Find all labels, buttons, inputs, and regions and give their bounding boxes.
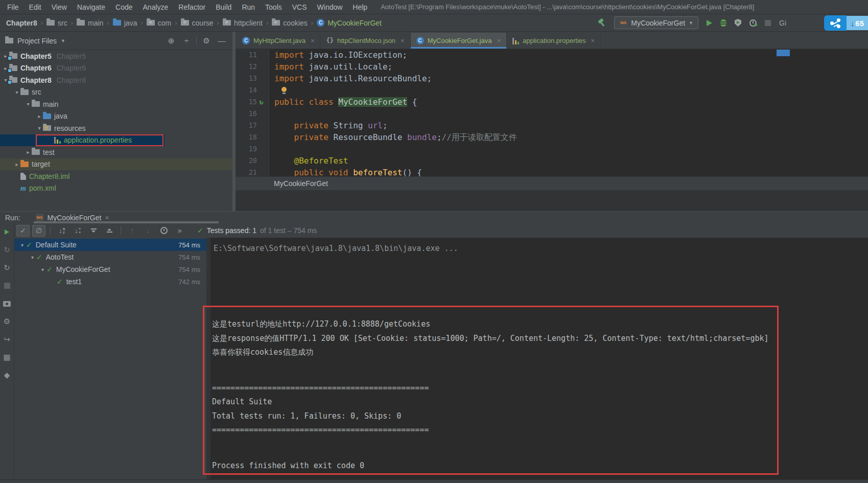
- profiler-button[interactable]: [749, 19, 757, 27]
- breadcrumb-item[interactable]: cookies: [271, 19, 308, 27]
- pin-icon[interactable]: ◆: [3, 371, 12, 380]
- gutter[interactable]: 18: [236, 131, 269, 143]
- menu-file[interactable]: File: [2, 3, 24, 11]
- test-tree-row[interactable]: ▾✓AotoTest754 ms: [14, 251, 206, 263]
- rerun-icon[interactable]: [3, 227, 12, 237]
- gutter[interactable]: 11: [236, 49, 269, 61]
- gutter[interactable]: 15↻: [236, 96, 269, 108]
- menu-analyze[interactable]: Analyze: [138, 3, 174, 11]
- snapshot-icon[interactable]: [3, 299, 12, 308]
- project-tree-row[interactable]: ▸test: [0, 146, 232, 158]
- toggle-auto-test-icon[interactable]: ↻: [3, 263, 12, 272]
- gutter[interactable]: 17: [236, 120, 269, 131]
- capture-overlay-badge[interactable]: ↓ 65: [824, 15, 868, 31]
- gutter[interactable]: 20: [236, 155, 269, 167]
- gutter[interactable]: 14: [236, 84, 269, 96]
- editor-tab[interactable]: {}httpClientMoco.json×: [320, 33, 410, 49]
- gutter[interactable]: 12: [236, 61, 269, 73]
- settings-icon[interactable]: ⚙: [3, 317, 12, 326]
- tab-close-icon[interactable]: ×: [401, 37, 405, 44]
- rerun-test-icon[interactable]: ↻: [257, 96, 266, 108]
- menu-help[interactable]: Help: [347, 3, 372, 11]
- run-configuration-select[interactable]: NG MyCookieForGet ▼: [614, 16, 698, 29]
- run-tab[interactable]: NG MyCookieForGet ×: [36, 214, 109, 222]
- menu-view[interactable]: View: [46, 3, 72, 11]
- project-tree-row[interactable]: Chapter8.iml: [0, 170, 232, 182]
- code-line[interactable]: 16: [236, 108, 868, 120]
- gutter[interactable]: 19: [236, 143, 269, 155]
- code-line[interactable]: 13import java.util.ResourceBundle;: [236, 73, 868, 84]
- test-tree-row[interactable]: ▾✓MyCookieForGet754 ms: [14, 263, 206, 275]
- test-history-icon[interactable]: [157, 225, 171, 237]
- next-failed-test-icon[interactable]: ↓: [142, 225, 155, 237]
- editor-tab[interactable]: CMyCookieForGet.java×: [411, 33, 507, 49]
- breadcrumb-item[interactable]: main: [76, 19, 104, 27]
- show-passed-icon[interactable]: ✓: [16, 225, 30, 237]
- sort-alphabetically-icon[interactable]: ↓az: [55, 225, 68, 237]
- code-line[interactable]: 12import java.util.Locale;: [236, 61, 868, 73]
- project-panel-title[interactable]: Project Files: [17, 37, 57, 45]
- tree-expanded-arrow-icon[interactable]: ▾: [36, 125, 43, 131]
- tree-expanded-arrow-icon[interactable]: ▾: [13, 89, 20, 95]
- code-line[interactable]: 14: [236, 84, 868, 96]
- project-tree-row[interactable]: ▾main: [0, 98, 232, 110]
- code-line[interactable]: 20 @BeforeTest: [236, 155, 868, 167]
- menu-refactor[interactable]: Refactor: [173, 3, 210, 11]
- tree-collapsed-arrow-icon[interactable]: ▸: [25, 149, 32, 155]
- code-line[interactable]: 15↻public class MyCookieForGet {: [236, 96, 868, 108]
- menu-tools[interactable]: Tools: [260, 3, 287, 11]
- gutter[interactable]: 16: [236, 108, 269, 120]
- chevron-down-icon[interactable]: ▼: [61, 38, 65, 43]
- close-icon[interactable]: ×: [105, 214, 109, 222]
- more-icon[interactable]: »: [173, 225, 186, 237]
- tree-collapsed-arrow-icon[interactable]: ▸: [36, 113, 43, 119]
- bottom-breadcrumb-label[interactable]: MyCookieForGet: [274, 179, 328, 188]
- gutter[interactable]: 13: [236, 73, 269, 84]
- collapse-all-icon[interactable]: [103, 225, 116, 237]
- rerun-failed-icon[interactable]: ↻: [3, 245, 12, 255]
- menu-navigate[interactable]: Navigate: [72, 3, 110, 11]
- project-tree-row[interactable]: ▸java: [0, 110, 232, 123]
- previous-failed-test-icon[interactable]: ↑: [126, 225, 139, 237]
- code-line[interactable]: 19: [236, 143, 868, 155]
- gear-icon[interactable]: ⚙: [201, 36, 212, 45]
- project-tree-row[interactable]: ▸Chapter5Chapter5: [0, 50, 232, 62]
- tree-expanded-arrow-icon[interactable]: ▾: [18, 242, 26, 248]
- menu-code[interactable]: Code: [110, 3, 137, 11]
- hide-panel-icon[interactable]: —: [216, 36, 227, 45]
- tree-expanded-arrow-icon[interactable]: ▾: [25, 101, 32, 107]
- tab-close-icon[interactable]: ×: [591, 37, 595, 44]
- stop-icon[interactable]: [3, 281, 12, 290]
- breadcrumb-item[interactable]: course: [180, 19, 215, 27]
- stop-button[interactable]: [765, 20, 771, 26]
- menu-run[interactable]: Run: [237, 3, 260, 11]
- coverage-button[interactable]: [735, 19, 741, 27]
- run-button[interactable]: [707, 20, 712, 26]
- menu-window[interactable]: Window: [312, 3, 348, 11]
- breadcrumb-item[interactable]: CMyCookieForGet: [316, 19, 383, 27]
- breadcrumb-item[interactable]: src: [45, 19, 68, 27]
- project-tree-row[interactable]: ▾resources: [0, 122, 232, 134]
- menu-vcs[interactable]: VCS: [287, 3, 312, 11]
- console-output[interactable]: E:\Software\Software\java1.8\java1.8\bin…: [210, 238, 868, 479]
- code-line[interactable]: 18 private ResourceBundle bundle;//用于读取配…: [236, 131, 868, 143]
- project-tree-row[interactable]: application.properties: [0, 134, 232, 147]
- tab-close-icon[interactable]: ×: [311, 37, 315, 44]
- tree-expanded-arrow-icon[interactable]: ▾: [39, 267, 46, 272]
- locate-icon[interactable]: ⊕: [166, 36, 177, 45]
- editor-tab[interactable]: application.properties×: [507, 33, 601, 49]
- breadcrumb-item[interactable]: httpclient: [222, 19, 264, 27]
- code-editor[interactable]: 11import java.io.IOException;12import ja…: [236, 49, 868, 176]
- tree-collapsed-arrow-icon[interactable]: ▸: [13, 162, 20, 167]
- debug-button[interactable]: [720, 19, 726, 27]
- project-tree-row[interactable]: mpom.xml: [0, 182, 232, 195]
- build-hammer-icon[interactable]: [597, 18, 606, 27]
- editor-tab[interactable]: CMyHttpClient.java×: [237, 33, 320, 49]
- menu-build[interactable]: Build: [210, 3, 237, 11]
- layout-grid-icon[interactable]: ▦: [3, 353, 12, 362]
- project-tree-row[interactable]: ▾src: [0, 86, 232, 99]
- breadcrumb-item[interactable]: com: [146, 19, 172, 27]
- code-line[interactable]: 21 public void beforeTest() {: [236, 167, 868, 176]
- project-tree-row[interactable]: ▸Chapter6Chapter6: [0, 62, 232, 75]
- exit-icon[interactable]: ↪: [3, 335, 12, 344]
